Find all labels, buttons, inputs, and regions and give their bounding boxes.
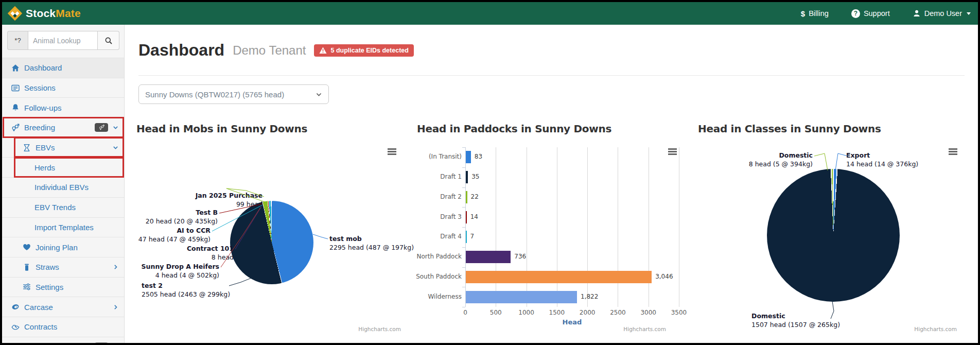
highcharts-credit-3[interactable]: Highcharts.com [914,326,957,332]
bar-value-in-transit: 83 [475,153,482,160]
sidebar-item-import-templates[interactable]: Import Templates [2,217,124,237]
sidebar-item-label: Settings [36,283,63,291]
stockmate-logo-icon [7,6,23,21]
bar-value-north-paddock: 736 [514,253,526,260]
billing-button[interactable]: $ Billing [801,9,829,18]
heart-icon [23,243,31,251]
person-icon [913,9,921,18]
chart-context-menu-2[interactable] [668,148,677,155]
bar-category-draft-3: Draft 3 [360,213,462,220]
sidebar-item-label: Sessions [24,83,56,92]
bar-draft-3[interactable] [466,211,467,223]
sidebar-item-straws[interactable]: Straws [2,257,124,277]
brand-logo[interactable]: StockMate [7,6,81,21]
support-button[interactable]: ? Support [851,9,890,18]
brand-text-stock: Stock [26,7,56,19]
bar-south-paddock[interactable] [466,271,652,283]
pie-chart-1[interactable] [230,201,313,284]
sidebar-item-individual-ebvs[interactable]: Individual EBVs [2,177,124,197]
sidebar-item-breeding[interactable]: Breeding [2,117,124,137]
sidebar-item-label: Individual EBVs [34,183,89,192]
tenant-name: Demo Tenant [233,43,306,58]
bar-value-draft-2: 22 [471,193,479,200]
sessions-icon [11,84,20,92]
pie-chart-3[interactable] [767,169,900,302]
warning-icon [319,47,327,54]
bar-xtick-1500: 1500 [541,309,572,316]
search-button[interactable] [98,31,119,50]
bar-category-draft-4: Draft 4 [360,233,462,240]
chart-title-3: Head in Classes in Sunny Downs [698,123,881,135]
bar-gridline-3500 [679,147,679,307]
sidebar-item-carcase[interactable]: Carcase [2,297,124,317]
sidebar-item-label: Carcase [24,303,53,312]
bar-xtick-3000: 3000 [633,309,664,316]
page-title: Dashboard [138,41,224,60]
bar-axis-tick [462,247,465,248]
sidebar-item-financial[interactable]: $Financial$ [2,337,124,345]
bar-in-transit[interactable] [466,151,471,163]
user-menu-button[interactable]: Demo User [913,9,971,18]
sidebar-item-label: Straws [36,263,59,271]
chevron-down-icon [112,144,119,151]
handshake-icon [11,323,20,331]
bar-xtick-2500: 2500 [602,309,633,316]
chart-title-2: Head in Paddocks in Sunny Downs [417,123,611,135]
bar-xtick-0: 0 [450,309,481,316]
property-selector[interactable]: Sunny Downs (QBTW0217) (5765 head) [138,84,329,104]
highcharts-credit-2[interactable]: Highcharts.com [623,326,666,332]
sidebar-item-settings[interactable]: Settings [2,277,124,297]
sidebar: *? DashboardSessionsFollow-upsBreedingEB… [2,25,125,343]
chart-context-menu-3[interactable] [949,148,957,155]
bar-axis-tick [462,227,465,228]
bar-axis-tick [462,167,465,168]
duplicate-eids-alert[interactable]: 5 duplicate EIDs detected [314,44,413,57]
sidebar-item-joining-plan[interactable]: Joining Plan [2,237,124,257]
sidebar-item-sessions[interactable]: Sessions [2,78,124,98]
bar-value-draft-3: 14 [470,213,478,220]
app-header: StockMate $ Billing ? Support Demo User [2,2,978,25]
chart-context-menu-1[interactable] [388,148,396,155]
bar-value-wilderness: 1,822 [581,293,598,300]
pie-slice-label-export: Export14 head (14 @ 376kg) [846,151,918,168]
bar-value-south-paddock: 3,046 [655,273,673,280]
bar-draft-2[interactable] [466,191,467,203]
sidebar-item-dashboard[interactable]: Dashboard [2,58,124,78]
sidebar-nav: DashboardSessionsFollow-upsBreedingEBVsH… [2,58,124,345]
app-window: StockMate $ Billing ? Support Demo User [0,0,980,345]
sidebar-item-ebvs[interactable]: EBVs [2,137,124,158]
bar-draft-4[interactable] [466,231,467,243]
sidebar-item-contracts[interactable]: Contracts [2,317,124,337]
sidebar-item-ebv-trends[interactable]: EBV Trends [2,197,124,217]
pie-slice-label-domestic: Domestic1507 head (1507 @ 265kg) [751,312,840,329]
chevron-right-icon [112,304,119,310]
sidebar-item-label: Dashboard [24,63,62,72]
bar-axis-tick [462,287,465,287]
sidebar-item-follow-ups[interactable]: Follow-ups [2,97,124,117]
chart-title-1: Head in Mobs in Sunny Downs [136,123,307,135]
bar-xaxis-title: Head [541,318,603,326]
sliders-icon [23,283,31,291]
sidebar-item-label: EBV Trends [34,203,76,212]
divider [138,75,965,76]
animal-lookup-input[interactable] [28,31,98,50]
bell-icon [11,104,20,112]
sidebar-item-herds[interactable]: Herds [2,157,124,177]
bar-wilderness[interactable] [466,291,577,303]
bar-xtick-500: 500 [480,309,511,316]
sidebar-item-label: Breeding [24,123,55,132]
bar-draft-1[interactable] [466,171,468,183]
dollar-icon: $ [11,342,20,345]
billing-label: Billing [809,9,829,18]
wildcard-hint-button[interactable]: *? [7,31,28,50]
bar-category-north-paddock: North Paddock [360,253,462,260]
highcharts-credit-1[interactable]: Highcharts.com [358,326,401,332]
sidebar-item-label: Import Templates [34,223,94,232]
bar-north-paddock[interactable] [466,251,511,263]
pie-slice-label-domestic: Domestic8 head (5 @ 394kg) [749,151,813,168]
meat-icon [11,303,20,311]
bar-xtick-3500: 3500 [663,309,694,316]
top-nav: $ Billing ? Support Demo User [801,9,971,18]
page-header: Dashboard Demo Tenant 5 duplicate EIDs d… [138,41,414,60]
chevron-down-icon [316,91,322,98]
